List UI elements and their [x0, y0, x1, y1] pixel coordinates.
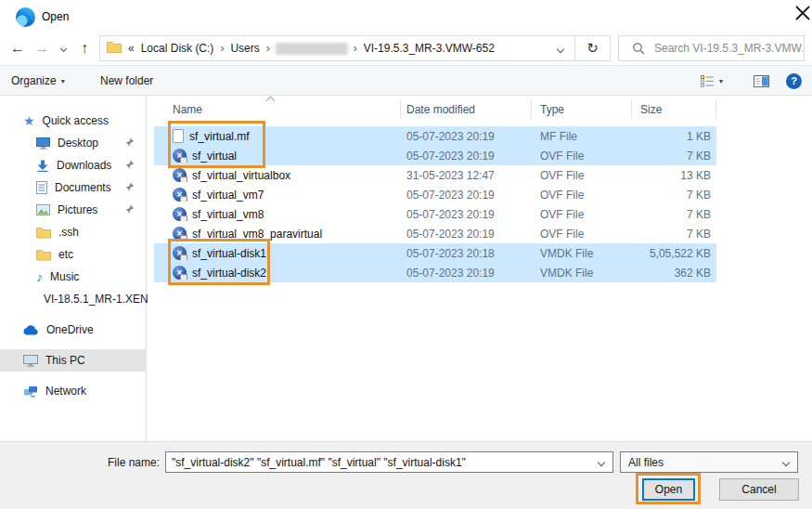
- preview-pane-button[interactable]: [754, 66, 769, 96]
- up-button[interactable]: ↑: [74, 35, 95, 61]
- file-size: 7 KB: [632, 228, 716, 241]
- pin-icon: [125, 159, 135, 172]
- file-row[interactable]: ×sf_virtual-disk2 05-07-2023 20:19 VMDK …: [154, 263, 716, 282]
- documents-icon: [36, 181, 47, 194]
- downloads-icon: [36, 160, 49, 172]
- forward-button[interactable]: →: [32, 35, 52, 61]
- address-dropdown-icon[interactable]: [558, 42, 563, 55]
- file-name: sf_virtual_vm8: [192, 208, 264, 221]
- file-date: 05-07-2023 20:19: [401, 150, 532, 163]
- search-input[interactable]: [654, 42, 803, 55]
- sidebar-item-label: Quick access: [43, 114, 109, 127]
- column-header-row: Name Date modified Type Size: [154, 97, 716, 122]
- file-row[interactable]: ×sf_virtual 05-07-2023 20:19 OVF File 7 …: [154, 146, 716, 165]
- file-name: sf_virtual_vm8_paravirtual: [192, 228, 322, 241]
- sidebar-item-desktop[interactable]: Desktop: [0, 132, 146, 154]
- pin-icon: [125, 181, 135, 194]
- sidebar-item-onedrive[interactable]: OneDrive: [0, 319, 146, 341]
- command-toolbar: Organize ▾ New folder ▾ ?: [0, 65, 812, 96]
- breadcrumb-prefix: «: [128, 42, 135, 55]
- file-name-input[interactable]: [172, 456, 599, 469]
- file-size: 1 KB: [632, 130, 716, 143]
- file-date: 05-07-2023 20:18: [401, 247, 532, 260]
- search-box[interactable]: [618, 35, 805, 61]
- new-folder-button[interactable]: New folder: [100, 66, 153, 96]
- file-date: 05-07-2023 20:19: [401, 189, 532, 202]
- file-size: 7 KB: [632, 208, 716, 221]
- desktop-icon: [36, 137, 50, 150]
- ovf-file-icon: ×: [173, 168, 187, 182]
- sidebar-item-downloads[interactable]: Downloads: [0, 154, 146, 176]
- vmdk-file-icon: ×: [173, 246, 187, 260]
- sidebar-item-documents[interactable]: Documents: [0, 176, 146, 199]
- chevron-down-icon[interactable]: [598, 458, 605, 465]
- back-button[interactable]: ←: [7, 35, 28, 61]
- sidebar-item-music[interactable]: ♪ Music: [0, 266, 146, 288]
- list-view-icon: [701, 75, 715, 87]
- navigation-pane: ★ Quick access Desktop Downloads Documen…: [0, 97, 147, 441]
- file-type: OVF File: [532, 228, 632, 241]
- breadcrumb-users[interactable]: Users: [224, 42, 265, 55]
- dialog-footer: File name: All files Open Cancel: [0, 441, 812, 509]
- file-row[interactable]: ×sf_virtual_vm7 05-07-2023 20:19 OVF Fil…: [154, 185, 716, 204]
- sidebar-item-label: VI-18.5.1_MR-1.XEN: [44, 293, 148, 306]
- open-button[interactable]: Open: [642, 478, 695, 501]
- views-button[interactable]: ▾: [701, 66, 723, 96]
- file-type-dropdown[interactable]: All files: [620, 451, 798, 473]
- column-header-size[interactable]: Size: [632, 100, 716, 119]
- organize-label: Organize: [11, 74, 57, 87]
- sidebar-item-etc[interactable]: etc: [0, 243, 146, 266]
- history-dropdown-icon[interactable]: [56, 35, 71, 61]
- file-size: 7 KB: [632, 150, 716, 163]
- sidebar-item-quick-access[interactable]: ★ Quick access: [0, 110, 146, 132]
- sidebar-item-label: OneDrive: [46, 323, 94, 336]
- pin-icon: [125, 137, 135, 150]
- file-name-combobox[interactable]: [165, 451, 613, 473]
- breadcrumb-redacted-username[interactable]: [276, 43, 348, 55]
- sidebar-item-label: This PC: [45, 354, 85, 367]
- file-type: OVF File: [532, 150, 632, 163]
- close-icon[interactable]: [793, 4, 812, 22]
- file-rows: sf_virtual.mf 05-07-2023 20:19 MF File 1…: [154, 126, 716, 282]
- window-title: Open: [42, 10, 69, 23]
- address-bar[interactable]: « Local Disk (C:) › Users › › VI-19.5.3_…: [99, 35, 575, 61]
- file-list-pane: Name Date modified Type Size sf_virtual.…: [148, 97, 812, 441]
- column-header-type[interactable]: Type: [532, 100, 632, 119]
- refresh-button[interactable]: ↻: [575, 35, 611, 61]
- file-type: OVF File: [532, 208, 632, 221]
- column-header-name[interactable]: Name: [154, 100, 401, 119]
- file-row[interactable]: ×sf_virtual_vm8 05-07-2023 20:19 OVF Fil…: [154, 204, 716, 224]
- folder-icon: [107, 41, 122, 56]
- cancel-button[interactable]: Cancel: [719, 478, 799, 501]
- file-size: 5,05,522 KB: [632, 247, 716, 260]
- file-row[interactable]: ×sf_virtual_virtualbox 31-05-2023 12:47 …: [154, 165, 716, 185]
- file-row[interactable]: sf_virtual.mf 05-07-2023 20:19 MF File 1…: [154, 126, 716, 146]
- file-date: 05-07-2023 20:19: [401, 267, 532, 280]
- file-type: VMDK File: [532, 247, 632, 260]
- chevron-down-icon: [782, 458, 790, 465]
- mf-file-icon: [173, 129, 184, 143]
- sidebar-item-ssh[interactable]: .ssh: [0, 221, 146, 243]
- help-button[interactable]: ?: [786, 66, 802, 96]
- sidebar-item-vi-folder[interactable]: VI-18.5.1_MR-1.XEN: [0, 288, 146, 310]
- column-header-date-modified[interactable]: Date modified: [401, 100, 532, 119]
- this-pc-icon: [23, 355, 38, 367]
- preview-pane-icon: [754, 75, 769, 87]
- sidebar-item-pictures[interactable]: Pictures: [0, 199, 146, 221]
- ovf-file-icon: ×: [173, 207, 187, 221]
- breadcrumb-local-disk[interactable]: Local Disk (C:): [135, 42, 221, 55]
- sidebar-item-label: etc: [58, 248, 73, 261]
- ovf-file-icon: ×: [173, 227, 187, 241]
- breadcrumb-current-folder[interactable]: VI-19.5.3_MR-3.VMW-652: [357, 42, 501, 55]
- folder-icon: [36, 227, 51, 239]
- sidebar-item-label: Desktop: [58, 137, 98, 150]
- file-type-value: All files: [628, 456, 664, 469]
- file-name: sf_virtual_vm7: [192, 189, 264, 202]
- file-row[interactable]: ×sf_virtual_vm8_paravirtual 05-07-2023 2…: [154, 224, 716, 243]
- sidebar-item-network[interactable]: Network: [0, 380, 146, 402]
- file-date: 05-07-2023 20:19: [401, 208, 532, 221]
- file-row[interactable]: ×sf_virtual-disk1 05-07-2023 20:18 VMDK …: [154, 243, 716, 263]
- organize-button[interactable]: Organize ▾: [11, 66, 65, 96]
- sidebar-item-this-pc[interactable]: This PC: [0, 349, 146, 372]
- network-icon: [23, 385, 38, 398]
